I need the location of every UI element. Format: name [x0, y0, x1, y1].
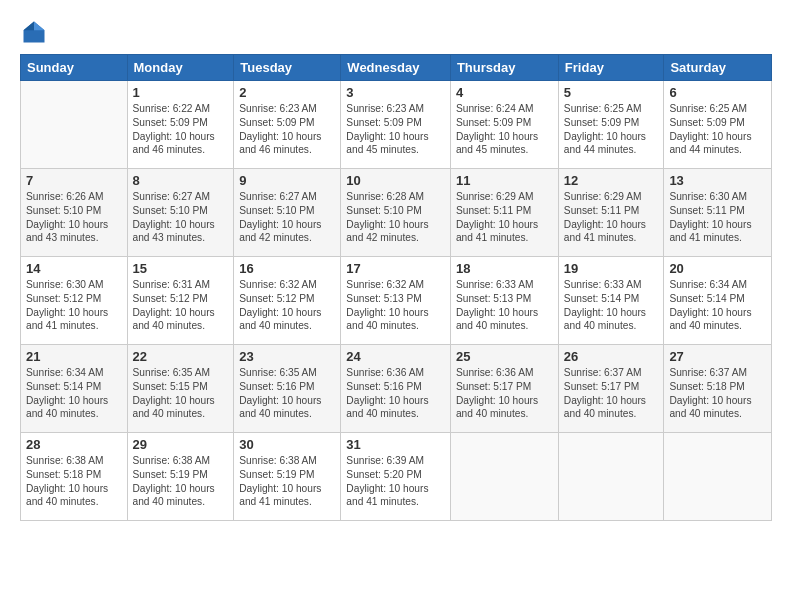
weekday-header-monday: Monday [127, 55, 234, 81]
calendar-cell: 14Sunrise: 6:30 AM Sunset: 5:12 PM Dayli… [21, 257, 128, 345]
calendar-cell: 25Sunrise: 6:36 AM Sunset: 5:17 PM Dayli… [450, 345, 558, 433]
calendar-cell: 19Sunrise: 6:33 AM Sunset: 5:14 PM Dayli… [558, 257, 664, 345]
calendar-cell [664, 433, 772, 521]
calendar-cell [558, 433, 664, 521]
day-number: 30 [239, 437, 335, 452]
day-number: 19 [564, 261, 659, 276]
day-info: Sunrise: 6:29 AM Sunset: 5:11 PM Dayligh… [456, 190, 553, 245]
day-info: Sunrise: 6:25 AM Sunset: 5:09 PM Dayligh… [564, 102, 659, 157]
calendar-cell: 11Sunrise: 6:29 AM Sunset: 5:11 PM Dayli… [450, 169, 558, 257]
day-info: Sunrise: 6:39 AM Sunset: 5:20 PM Dayligh… [346, 454, 445, 509]
calendar-cell: 8Sunrise: 6:27 AM Sunset: 5:10 PM Daylig… [127, 169, 234, 257]
calendar-cell: 12Sunrise: 6:29 AM Sunset: 5:11 PM Dayli… [558, 169, 664, 257]
day-number: 18 [456, 261, 553, 276]
day-number: 8 [133, 173, 229, 188]
day-number: 5 [564, 85, 659, 100]
weekday-header-wednesday: Wednesday [341, 55, 451, 81]
day-number: 31 [346, 437, 445, 452]
calendar-cell: 28Sunrise: 6:38 AM Sunset: 5:18 PM Dayli… [21, 433, 128, 521]
day-info: Sunrise: 6:32 AM Sunset: 5:13 PM Dayligh… [346, 278, 445, 333]
day-info: Sunrise: 6:36 AM Sunset: 5:16 PM Dayligh… [346, 366, 445, 421]
weekday-header-row: SundayMondayTuesdayWednesdayThursdayFrid… [21, 55, 772, 81]
day-number: 22 [133, 349, 229, 364]
calendar-cell: 9Sunrise: 6:27 AM Sunset: 5:10 PM Daylig… [234, 169, 341, 257]
calendar-cell: 16Sunrise: 6:32 AM Sunset: 5:12 PM Dayli… [234, 257, 341, 345]
weekday-header-tuesday: Tuesday [234, 55, 341, 81]
calendar-table: SundayMondayTuesdayWednesdayThursdayFrid… [20, 54, 772, 521]
day-info: Sunrise: 6:27 AM Sunset: 5:10 PM Dayligh… [239, 190, 335, 245]
day-number: 21 [26, 349, 122, 364]
day-info: Sunrise: 6:27 AM Sunset: 5:10 PM Dayligh… [133, 190, 229, 245]
day-number: 1 [133, 85, 229, 100]
calendar-cell: 23Sunrise: 6:35 AM Sunset: 5:16 PM Dayli… [234, 345, 341, 433]
day-info: Sunrise: 6:24 AM Sunset: 5:09 PM Dayligh… [456, 102, 553, 157]
day-info: Sunrise: 6:26 AM Sunset: 5:10 PM Dayligh… [26, 190, 122, 245]
day-info: Sunrise: 6:34 AM Sunset: 5:14 PM Dayligh… [26, 366, 122, 421]
day-info: Sunrise: 6:38 AM Sunset: 5:19 PM Dayligh… [133, 454, 229, 509]
logo [20, 18, 52, 46]
svg-marker-1 [34, 22, 45, 31]
day-number: 27 [669, 349, 766, 364]
day-number: 24 [346, 349, 445, 364]
calendar-cell: 31Sunrise: 6:39 AM Sunset: 5:20 PM Dayli… [341, 433, 451, 521]
day-number: 4 [456, 85, 553, 100]
day-number: 3 [346, 85, 445, 100]
day-info: Sunrise: 6:35 AM Sunset: 5:15 PM Dayligh… [133, 366, 229, 421]
day-number: 2 [239, 85, 335, 100]
calendar-cell: 1Sunrise: 6:22 AM Sunset: 5:09 PM Daylig… [127, 81, 234, 169]
day-info: Sunrise: 6:23 AM Sunset: 5:09 PM Dayligh… [239, 102, 335, 157]
calendar-cell: 7Sunrise: 6:26 AM Sunset: 5:10 PM Daylig… [21, 169, 128, 257]
calendar-cell: 22Sunrise: 6:35 AM Sunset: 5:15 PM Dayli… [127, 345, 234, 433]
day-info: Sunrise: 6:38 AM Sunset: 5:18 PM Dayligh… [26, 454, 122, 509]
day-number: 6 [669, 85, 766, 100]
header [20, 18, 772, 46]
day-number: 16 [239, 261, 335, 276]
calendar-cell: 27Sunrise: 6:37 AM Sunset: 5:18 PM Dayli… [664, 345, 772, 433]
week-row-5: 28Sunrise: 6:38 AM Sunset: 5:18 PM Dayli… [21, 433, 772, 521]
day-info: Sunrise: 6:33 AM Sunset: 5:14 PM Dayligh… [564, 278, 659, 333]
day-number: 17 [346, 261, 445, 276]
day-number: 7 [26, 173, 122, 188]
day-number: 28 [26, 437, 122, 452]
day-number: 12 [564, 173, 659, 188]
week-row-2: 7Sunrise: 6:26 AM Sunset: 5:10 PM Daylig… [21, 169, 772, 257]
day-info: Sunrise: 6:35 AM Sunset: 5:16 PM Dayligh… [239, 366, 335, 421]
day-number: 15 [133, 261, 229, 276]
day-info: Sunrise: 6:37 AM Sunset: 5:18 PM Dayligh… [669, 366, 766, 421]
logo-icon [20, 18, 48, 46]
day-info: Sunrise: 6:23 AM Sunset: 5:09 PM Dayligh… [346, 102, 445, 157]
day-info: Sunrise: 6:30 AM Sunset: 5:11 PM Dayligh… [669, 190, 766, 245]
weekday-header-thursday: Thursday [450, 55, 558, 81]
day-number: 23 [239, 349, 335, 364]
day-info: Sunrise: 6:37 AM Sunset: 5:17 PM Dayligh… [564, 366, 659, 421]
calendar-cell: 26Sunrise: 6:37 AM Sunset: 5:17 PM Dayli… [558, 345, 664, 433]
calendar-cell: 17Sunrise: 6:32 AM Sunset: 5:13 PM Dayli… [341, 257, 451, 345]
calendar-cell: 3Sunrise: 6:23 AM Sunset: 5:09 PM Daylig… [341, 81, 451, 169]
day-number: 29 [133, 437, 229, 452]
day-info: Sunrise: 6:32 AM Sunset: 5:12 PM Dayligh… [239, 278, 335, 333]
day-info: Sunrise: 6:25 AM Sunset: 5:09 PM Dayligh… [669, 102, 766, 157]
calendar-cell: 24Sunrise: 6:36 AM Sunset: 5:16 PM Dayli… [341, 345, 451, 433]
calendar-cell: 15Sunrise: 6:31 AM Sunset: 5:12 PM Dayli… [127, 257, 234, 345]
week-row-1: 1Sunrise: 6:22 AM Sunset: 5:09 PM Daylig… [21, 81, 772, 169]
calendar-cell: 4Sunrise: 6:24 AM Sunset: 5:09 PM Daylig… [450, 81, 558, 169]
day-number: 11 [456, 173, 553, 188]
page: SundayMondayTuesdayWednesdayThursdayFrid… [0, 0, 792, 612]
calendar-cell: 13Sunrise: 6:30 AM Sunset: 5:11 PM Dayli… [664, 169, 772, 257]
day-number: 26 [564, 349, 659, 364]
week-row-3: 14Sunrise: 6:30 AM Sunset: 5:12 PM Dayli… [21, 257, 772, 345]
day-info: Sunrise: 6:34 AM Sunset: 5:14 PM Dayligh… [669, 278, 766, 333]
calendar-cell: 20Sunrise: 6:34 AM Sunset: 5:14 PM Dayli… [664, 257, 772, 345]
calendar-cell [21, 81, 128, 169]
svg-marker-2 [24, 22, 35, 31]
day-number: 13 [669, 173, 766, 188]
day-info: Sunrise: 6:38 AM Sunset: 5:19 PM Dayligh… [239, 454, 335, 509]
weekday-header-friday: Friday [558, 55, 664, 81]
calendar-cell: 29Sunrise: 6:38 AM Sunset: 5:19 PM Dayli… [127, 433, 234, 521]
day-info: Sunrise: 6:29 AM Sunset: 5:11 PM Dayligh… [564, 190, 659, 245]
calendar-cell: 10Sunrise: 6:28 AM Sunset: 5:10 PM Dayli… [341, 169, 451, 257]
day-info: Sunrise: 6:36 AM Sunset: 5:17 PM Dayligh… [456, 366, 553, 421]
day-number: 20 [669, 261, 766, 276]
calendar-cell: 6Sunrise: 6:25 AM Sunset: 5:09 PM Daylig… [664, 81, 772, 169]
calendar-cell: 18Sunrise: 6:33 AM Sunset: 5:13 PM Dayli… [450, 257, 558, 345]
